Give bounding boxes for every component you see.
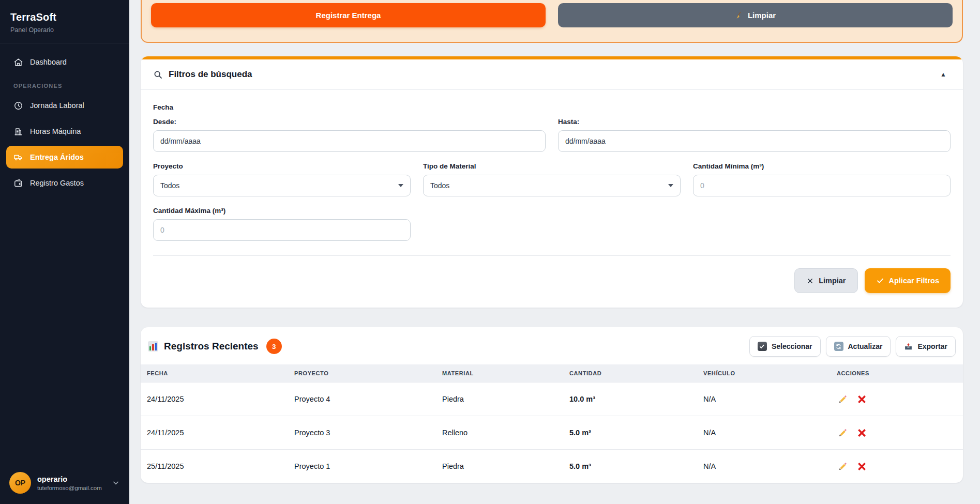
proyecto-select[interactable]: Todos [153,175,411,196]
user-email: tuteformoso@gmail.com [37,485,105,491]
sidebar-item-label: Dashboard [30,58,67,66]
aplicar-filtros-label: Aplicar Filtros [889,277,940,285]
red-x-icon [857,394,867,404]
registrar-entrega-label: Registrar Entrega [316,11,381,20]
cantidad-minima-input[interactable] [693,175,951,196]
check-icon [876,277,884,285]
records-title-row: Registros Recientes 3 [148,339,282,354]
cell-fecha: 24/11/2025 [141,429,288,437]
date-row: Desde: Hasta: [153,118,951,152]
cell-proyecto: Proyecto 1 [288,462,436,470]
fecha-group-label: Fecha [153,103,173,111]
cantidad-minima-field-group: Cantidad Mínima (m³) [693,162,951,196]
home-icon [13,57,23,67]
desde-date-input[interactable] [153,130,546,152]
bar-chart-icon [148,341,158,352]
proyecto-label: Proyecto [153,162,411,170]
col-cantidad: CANTIDAD [563,364,697,382]
sidebar-section-operaciones: OPERACIONES [13,83,123,89]
spacer-col-1 [423,207,681,241]
filters-title: Filtros de búsqueda [169,69,252,80]
delete-row-button[interactable] [856,393,868,405]
records-card: Registros Recientes 3 Seleccionar Actual… [141,327,963,483]
proyecto-field-group: Proyecto Todos [153,162,411,196]
delete-row-button[interactable] [856,427,868,439]
cell-material: Relleno [436,429,563,437]
red-x-icon [857,462,867,471]
seleccionar-button[interactable]: Seleccionar [749,336,821,357]
hasta-field-group: Hasta: [558,118,951,152]
sidebar-item-label: Registro Gastos [30,179,84,187]
x-icon [806,277,814,285]
cell-material: Piedra [436,462,563,470]
aplicar-filtros-button[interactable]: Aplicar Filtros [865,268,951,293]
material-label: Tipo de Material [423,162,681,170]
cell-cantidad: 5.0 m³ [563,462,697,470]
records-header: Registros Recientes 3 Seleccionar Actual… [141,327,963,364]
cell-proyecto: Proyecto 4 [288,395,436,403]
actualizar-button[interactable]: Actualizar [826,336,891,357]
seleccionar-label: Seleccionar [772,342,812,350]
filters-header[interactable]: Filtros de búsqueda ▲ [141,59,963,90]
hasta-label: Hasta: [558,118,951,126]
sidebar-item-dashboard[interactable]: Dashboard [6,51,123,73]
exportar-button[interactable]: Exportar [896,336,956,357]
clock-icon [13,101,23,111]
sidebar-item-jornada-laboral[interactable]: Jornada Laboral [6,94,123,117]
collapse-filters-button[interactable]: ▲ [936,69,951,80]
records-title: Registros Recientes [164,341,259,352]
edit-row-button[interactable] [837,426,849,439]
col-fecha: FECHA [141,364,288,382]
sidebar-nav: Dashboard OPERACIONES Jornada Laboral Ho… [0,43,129,464]
table-row: 24/11/2025 Proyecto 4 Piedra 10.0 m³ N/A [141,382,963,416]
filters-title-row: Filtros de búsqueda [153,69,252,80]
material-select[interactable]: Todos [423,175,681,196]
filters-actions: Limpiar Aplicar Filtros [153,256,951,295]
top-limpiar-button[interactable]: Limpiar [558,3,953,27]
edit-row-button[interactable] [837,460,849,472]
desde-label: Desde: [153,118,546,126]
hasta-date-input[interactable] [558,130,951,152]
user-name: operario [37,475,105,483]
cantidad-maxima-input[interactable] [153,219,411,241]
cantidad-maxima-label: Cantidad Máxima (m³) [153,207,411,215]
cell-cantidad: 10.0 m³ [563,395,697,403]
sidebar-item-label: Entrega Áridos [30,153,84,161]
sidebar-item-horas-maquina[interactable]: Horas Máquina [6,120,123,143]
main-content: Registrar Entrega Limpiar Filtros de bús… [129,0,980,504]
delete-row-button[interactable] [856,461,868,472]
register-entry-card: Registrar Entrega Limpiar [141,0,963,43]
proyecto-select-value: Todos [160,181,179,190]
filters-body: Fecha Desde: Hasta: Proyecto Todos [141,90,963,308]
desde-field-group: Desde: [153,118,546,152]
col-vehiculo: VEHÍCULO [697,364,831,382]
table-row: 24/11/2025 Proyecto 3 Relleno 5.0 m³ N/A [141,416,963,449]
limpiar-filtros-button[interactable]: Limpiar [794,268,857,293]
chevron-down-icon [112,479,120,487]
cell-acciones [831,426,963,439]
pencil-icon [838,394,848,404]
registrar-entrega-button[interactable]: Registrar Entrega [151,3,546,27]
avatar: OP [9,472,31,494]
pencil-icon [838,427,848,438]
edit-row-button[interactable] [837,393,849,405]
top-limpiar-label: Limpiar [748,11,776,20]
cell-vehiculo: N/A [697,429,831,437]
selects-row: Proyecto Todos Tipo de Material Todos Ca… [153,162,951,196]
records-count-badge: 3 [266,339,282,354]
pencil-icon [838,461,848,471]
filters-card: Filtros de búsqueda ▲ Fecha Desde: Hasta… [141,56,963,308]
col-acciones: ACCIONES [831,364,963,382]
cell-fecha: 24/11/2025 [141,395,288,403]
caret-down-icon [398,184,403,187]
sidebar-item-label: Horas Máquina [30,127,81,135]
sidebar-item-entrega-aridos[interactable]: Entrega Áridos [6,146,123,169]
material-field-group: Tipo de Material Todos [423,162,681,196]
limpiar-filtros-label: Limpiar [819,277,846,285]
inbox-tray-icon [904,342,913,351]
spacer-col-2 [693,207,951,241]
actualizar-label: Actualizar [848,342,883,350]
user-menu[interactable]: OP operario tuteformoso@gmail.com [0,464,129,504]
red-x-icon [857,428,867,438]
sidebar-item-registro-gastos[interactable]: Registro Gastos [6,172,123,194]
